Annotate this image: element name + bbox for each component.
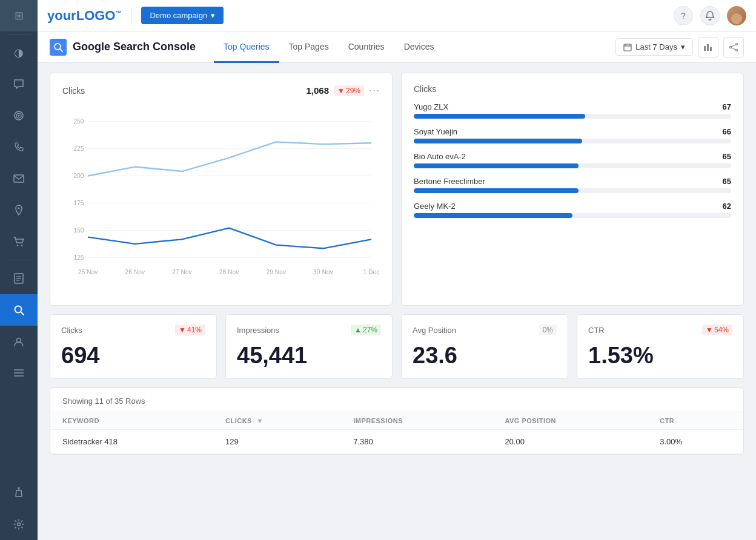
tab-top-queries[interactable]: Top Queries bbox=[214, 31, 279, 63]
notifications-button[interactable] bbox=[700, 6, 720, 25]
bar-value-1: 66 bbox=[723, 127, 731, 136]
list-item: Soyat Yuejin 66 bbox=[414, 127, 731, 143]
table-header-row: Keyword Clicks ▼ Impressions Avg Positio… bbox=[50, 412, 743, 430]
data-table: Keyword Clicks ▼ Impressions Avg Positio… bbox=[50, 412, 743, 454]
sidebar-item-reports[interactable] bbox=[0, 263, 38, 294]
impressions-change-badge: ▲ 27% bbox=[351, 324, 381, 335]
cell-clicks: 129 bbox=[213, 430, 341, 454]
header-right: ? bbox=[674, 6, 746, 25]
metric-header-impressions: Impressions ▲ 27% bbox=[237, 324, 381, 335]
metric-value-impressions: 45,441 bbox=[237, 343, 381, 369]
bar-fill-0 bbox=[414, 114, 585, 119]
clicks-change-badge: ▼ 41% bbox=[175, 324, 205, 335]
bar-label-1: Soyat Yuejin bbox=[414, 127, 457, 136]
metric-header-clicks: Clicks ▼ 41% bbox=[61, 324, 205, 335]
list-item: Bertone Freeclimber 65 bbox=[414, 177, 731, 193]
sidebar-item-home[interactable]: ⊞ bbox=[0, 0, 38, 31]
metric-value-avg-position: 23.6 bbox=[413, 343, 557, 369]
metric-card-ctr[interactable]: CTR ▼ 54% 1.53% bbox=[577, 314, 744, 379]
metric-card-clicks[interactable]: Clicks ▼ 41% 694 bbox=[50, 314, 217, 379]
sidebar-item-users[interactable] bbox=[0, 326, 38, 357]
avg-position-change-badge: 0% bbox=[539, 324, 557, 335]
clicks-bar-card: Clicks Yugo ZLX 67 Soyat Yuejin bbox=[401, 73, 744, 306]
bar-fill-2 bbox=[414, 163, 579, 168]
bar-value-4: 62 bbox=[723, 202, 731, 211]
tab-devices[interactable]: Devices bbox=[394, 31, 444, 63]
svg-point-18 bbox=[18, 523, 21, 526]
table-row[interactable]: Sidetracker 418 129 7,380 20.00 3.00% bbox=[50, 430, 743, 454]
line-chart: 250 225 200 175 150 125 25 bbox=[62, 104, 380, 292]
page-icon bbox=[50, 39, 67, 56]
metric-card-impressions[interactable]: Impressions ▲ 27% 45,441 bbox=[225, 314, 393, 379]
tabs: Top Queries Top Pages Countries Devices bbox=[214, 31, 443, 62]
campaign-button[interactable]: Demo campaign ▾ bbox=[141, 7, 224, 24]
bar-label-4: Geely MK-2 bbox=[414, 202, 456, 211]
bell-icon bbox=[705, 11, 715, 21]
svg-text:1 Dec: 1 Dec bbox=[363, 269, 380, 275]
cell-avg-position: 20.00 bbox=[492, 430, 648, 454]
chart-view-button[interactable] bbox=[698, 37, 718, 58]
sidebar-item-analytics[interactable]: ◑ bbox=[0, 37, 38, 68]
help-icon: ? bbox=[681, 11, 686, 21]
sub-header-right: Last 7 Days ▾ bbox=[615, 37, 744, 58]
bar-fill-1 bbox=[414, 139, 582, 143]
svg-text:26 Nov: 26 Nov bbox=[125, 269, 145, 275]
col-header-clicks[interactable]: Clicks ▼ bbox=[213, 412, 341, 430]
sidebar-item-phone[interactable] bbox=[0, 131, 38, 163]
svg-point-28 bbox=[736, 43, 738, 45]
chart-change-badge: ▼ 29% bbox=[334, 85, 364, 96]
sidebar-item-settings[interactable] bbox=[0, 509, 38, 540]
avatar-inner bbox=[727, 6, 746, 25]
svg-text:30 Nov: 30 Nov bbox=[313, 269, 333, 275]
list-item: Geely MK-2 62 bbox=[414, 202, 731, 218]
metric-value-clicks: 694 bbox=[61, 343, 205, 369]
date-range-button[interactable]: Last 7 Days ▾ bbox=[615, 38, 693, 56]
svg-point-5 bbox=[17, 245, 18, 246]
bar-items-list: Yugo ZLX 67 Soyat Yuejin 66 bbox=[414, 102, 731, 218]
svg-text:27 Nov: 27 Nov bbox=[172, 269, 192, 275]
svg-rect-3 bbox=[14, 175, 24, 182]
tab-countries[interactable]: Countries bbox=[339, 31, 394, 63]
bar-label-3: Bertone Freeclimber bbox=[414, 177, 485, 186]
campaign-dropdown-icon: ▾ bbox=[211, 11, 215, 20]
sub-header: Google Search Console Top Queries Top Pa… bbox=[38, 31, 756, 63]
sidebar-item-plugins[interactable] bbox=[0, 477, 38, 509]
campaign-label: Demo campaign bbox=[150, 11, 207, 20]
share-button[interactable] bbox=[723, 37, 744, 58]
chart-more-button[interactable]: ··· bbox=[369, 84, 380, 97]
svg-text:150: 150 bbox=[73, 227, 84, 234]
svg-point-4 bbox=[18, 208, 20, 209]
sidebar-divider bbox=[7, 34, 31, 35]
svg-text:200: 200 bbox=[73, 173, 84, 179]
logo-logo: LOGO bbox=[76, 8, 116, 23]
logo: yourLOGO™ bbox=[47, 8, 121, 24]
avatar[interactable] bbox=[727, 6, 746, 25]
metric-title-ctr: CTR bbox=[588, 326, 605, 335]
svg-line-20 bbox=[60, 49, 62, 51]
col-header-impressions: Impressions bbox=[341, 412, 492, 430]
bar-track-0 bbox=[414, 114, 731, 119]
tab-top-pages[interactable]: Top Pages bbox=[279, 31, 339, 63]
svg-text:28 Nov: 28 Nov bbox=[219, 269, 239, 275]
sidebar-item-chat[interactable] bbox=[0, 68, 38, 100]
page-title: Google Search Console bbox=[73, 41, 196, 53]
sidebar-item-search[interactable] bbox=[0, 294, 38, 326]
bar-track-1 bbox=[414, 139, 731, 143]
sidebar-item-target[interactable] bbox=[0, 100, 38, 131]
bar-value-0: 67 bbox=[723, 102, 731, 111]
main-area: yourLOGO™ Demo campaign ▾ ? Google Sear bbox=[38, 0, 756, 540]
sidebar-item-cart[interactable] bbox=[0, 226, 38, 257]
help-button[interactable]: ? bbox=[674, 6, 693, 25]
bar-track-3 bbox=[414, 188, 731, 193]
sidebar-item-location[interactable] bbox=[0, 194, 38, 226]
metric-header-ctr: CTR ▼ 54% bbox=[588, 324, 732, 335]
metric-title-avg-position: Avg Position bbox=[413, 326, 456, 335]
chart-title: Clicks bbox=[62, 86, 307, 96]
metric-title-impressions: Impressions bbox=[237, 326, 279, 335]
sidebar-item-list[interactable] bbox=[0, 357, 38, 389]
logo-tm: ™ bbox=[115, 9, 121, 16]
metric-card-avg-position[interactable]: Avg Position 0% 23.6 bbox=[401, 314, 568, 379]
top-row: Clicks 1,068 ▼ 29% ··· 250 225 200 bbox=[50, 73, 744, 306]
bar-value-2: 65 bbox=[723, 152, 731, 161]
sidebar-item-mail[interactable] bbox=[0, 163, 38, 194]
